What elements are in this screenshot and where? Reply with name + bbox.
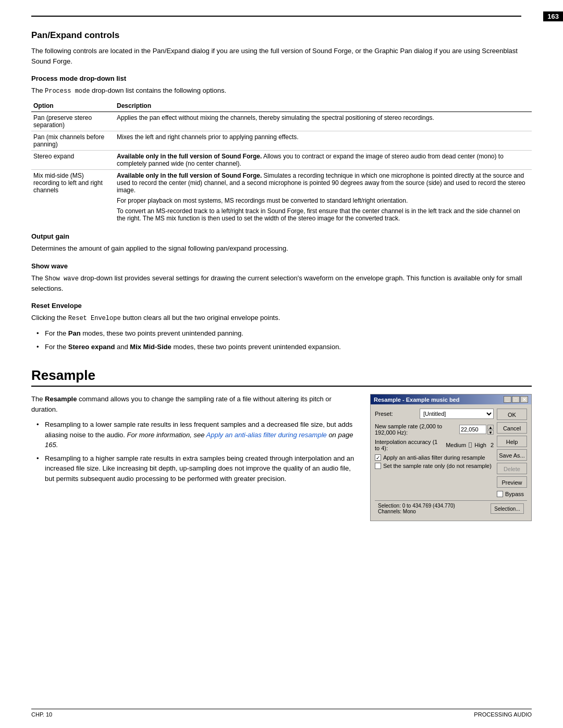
checkbox1-label: Apply an anti-alias filter during resamp… (383, 454, 485, 461)
selection-label: Selection: (378, 503, 401, 509)
footer-right: PROCESSING AUDIO (474, 711, 532, 718)
process-mode-intro: The Process mode drop-down list contains… (31, 85, 532, 96)
list-item: Resampling to a lower sample rate result… (36, 419, 358, 450)
resample-bullets: Resampling to a lower sample rate result… (36, 419, 358, 484)
footer-left: CHP. 10 (31, 711, 52, 718)
resample-heading: Resample (31, 367, 532, 387)
help-button[interactable]: Help (497, 436, 527, 447)
option-mix-mid-side: Mix mid-side (MS) recording to left and … (31, 170, 115, 225)
output-gain-heading: Output gain (31, 232, 532, 240)
interp-level: Medium (446, 442, 466, 448)
cancel-button[interactable]: Cancel (497, 422, 527, 434)
table-header-option: Option (31, 101, 115, 112)
dialog-body: Preset: [Untitled] New sample rate (2,00… (371, 404, 531, 521)
preset-row: Preset: [Untitled] (375, 409, 494, 419)
dialog-status-bar: Selection: 0 to 434.769 (434.770) Channe… (375, 500, 527, 516)
desc-pan-mix: Mixes the left and right channels prior … (115, 131, 532, 151)
output-gain-text: Determines the amount of gain applied to… (31, 243, 532, 254)
checkbox2-row: Set the sample rate only (do not resampl… (375, 463, 494, 469)
dialog-title: Resample - Example music bed (374, 397, 459, 403)
checkbox1[interactable]: ✓ (375, 454, 381, 461)
delete-button[interactable]: Delete (497, 463, 527, 474)
top-rule (31, 16, 521, 17)
table-row: Stereo expand Available only in the full… (31, 151, 532, 170)
desc-pan-preserve: Applies the pan effect without mixing th… (115, 112, 532, 131)
list-item: Resampling to a higher sample rate resul… (36, 453, 358, 484)
dialog-titlebar: Resample - Example music bed _ □ ✕ (371, 394, 531, 404)
show-wave-heading: Show wave (31, 262, 532, 270)
list-item: For the Pan modes, these two points prev… (36, 328, 532, 339)
sample-rate-label: New sample rate (2,000 to 192,000 Hz): (375, 423, 456, 436)
ok-button[interactable]: OK (497, 409, 527, 420)
sample-rate-row: New sample rate (2,000 to 192,000 Hz): ▲… (375, 423, 494, 436)
dialog-buttons-col: OK Cancel Help Save As... Delete Preview… (497, 409, 527, 497)
sample-rate-up-btn[interactable]: ▲ (487, 425, 494, 429)
interp-value: 2 (491, 442, 494, 448)
checkbox2[interactable] (375, 463, 381, 469)
pan-expand-heading: Pan/Expand controls (31, 30, 532, 41)
table-row: Pan (mix channels before panning) Mixes … (31, 131, 532, 151)
preset-select[interactable]: [Untitled] (420, 409, 494, 419)
bypass-row: Bypass (497, 491, 527, 497)
selection-value: 0 to 434.769 (434.770) (402, 503, 455, 509)
reset-envelope-heading: Reset Envelope (31, 302, 532, 310)
desc-mix-mid-side: Available only in the full version of So… (115, 170, 532, 225)
channels-label: Channels: (378, 509, 401, 514)
option-pan-preserve: Pan (preserve stereo separation) (31, 112, 115, 131)
resample-intro: The Resample command allows you to chang… (31, 394, 358, 414)
resample-content: The Resample command allows you to chang… (31, 394, 532, 521)
save-as-button[interactable]: Save As... (497, 449, 527, 461)
channels-value: Mono (403, 509, 416, 514)
sample-rate-input[interactable] (459, 425, 486, 434)
page-footer: CHP. 10 PROCESSING AUDIO (31, 709, 532, 718)
checkbox2-label: Set the sample rate only (do not resampl… (383, 463, 492, 469)
page-number: 163 (543, 11, 563, 21)
anti-alias-link[interactable]: Apply an anti-alias filter during resamp… (206, 431, 327, 439)
resample-text-col: The Resample command allows you to chang… (31, 394, 358, 489)
preset-label: Preset: (375, 411, 417, 417)
option-stereo-expand: Stereo expand (31, 151, 115, 170)
pan-expand-intro: The following controls are located in th… (31, 46, 532, 66)
resample-section: Resample The Resample command allows you… (31, 367, 532, 521)
process-mode-heading: Process mode drop-down list (31, 75, 532, 82)
reset-envelope-text: Clicking the Reset Envelope button clear… (31, 313, 532, 323)
table-row: Mix mid-side (MS) recording to left and … (31, 170, 532, 225)
dialog-close-btn[interactable]: ✕ (520, 396, 528, 403)
dialog-win-controls[interactable]: _ □ ✕ (504, 396, 528, 403)
interp-row: Interpolation accuracy (1 to 4): Medium … (375, 439, 494, 451)
dialog-maximize-btn[interactable]: □ (512, 396, 520, 403)
resample-dialog: Resample - Example music bed _ □ ✕ (370, 394, 532, 521)
selection-button[interactable]: Selection... (491, 503, 524, 514)
interp-high: High (474, 442, 486, 448)
page: 163 Pan/Expand controls The following co… (0, 0, 563, 728)
dialog-inner: Preset: [Untitled] New sample rate (2,00… (375, 409, 527, 497)
dialog-minimize-btn[interactable]: _ (504, 396, 511, 403)
desc-stereo-expand: Available only in the full version of So… (115, 151, 532, 170)
bypass-label: Bypass (505, 491, 524, 497)
sample-rate-down-btn[interactable]: ▼ (487, 430, 494, 435)
bypass-checkbox[interactable] (497, 491, 503, 497)
dialog-status-left: Selection: 0 to 434.769 (434.770) Channe… (378, 503, 455, 514)
dialog-main-area: Preset: [Untitled] New sample rate (2,00… (375, 409, 494, 497)
preview-button[interactable]: Preview (497, 476, 527, 488)
table-header-desc: Description (115, 101, 532, 112)
interp-label: Interpolation accuracy (1 to 4): (375, 439, 442, 451)
option-pan-mix: Pan (mix channels before panning) (31, 131, 115, 151)
table-row: Pan (preserve stereo separation) Applies… (31, 112, 532, 131)
reset-envelope-bullets: For the Pan modes, these two points prev… (36, 328, 532, 352)
show-wave-text: The Show wave drop-down list provides se… (31, 273, 532, 294)
list-item: For the Stereo expand and Mix Mid-Side m… (36, 342, 532, 352)
page-number-bar: 163 (543, 11, 563, 21)
checkbox1-row: ✓ Apply an anti-alias filter during resa… (375, 454, 494, 461)
options-table: Option Description Pan (preserve stereo … (31, 101, 532, 224)
